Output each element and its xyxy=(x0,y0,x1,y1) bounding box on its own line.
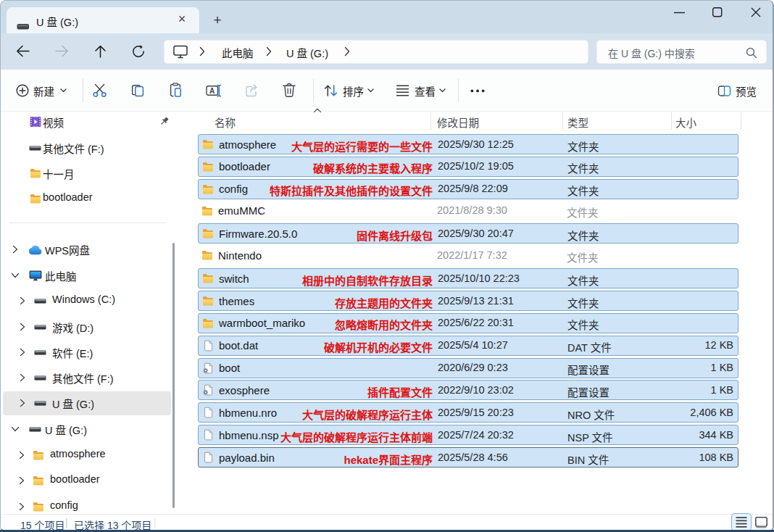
svg-text:A: A xyxy=(209,87,215,95)
